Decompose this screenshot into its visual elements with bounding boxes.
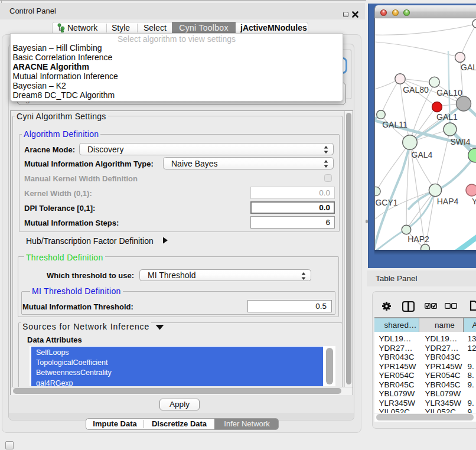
svg-text:GAL7: GAL7 [461,63,476,72]
svg-text:GAL10: GAL10 [436,88,462,97]
svg-text:GAL80: GAL80 [403,85,429,94]
svg-text:GAL1: GAL1 [436,112,458,122]
svg-text:HAP4: HAP4 [437,197,459,206]
svg-text:SWI4: SWI4 [450,137,470,146]
svg-text:GAL11: GAL11 [382,120,407,129]
svg-text:GAL4: GAL4 [412,150,433,159]
svg-text:HAP2: HAP2 [407,234,429,244]
svg-text:YEL: YEL [472,197,476,206]
svg-text:GCY1: GCY1 [375,198,397,207]
